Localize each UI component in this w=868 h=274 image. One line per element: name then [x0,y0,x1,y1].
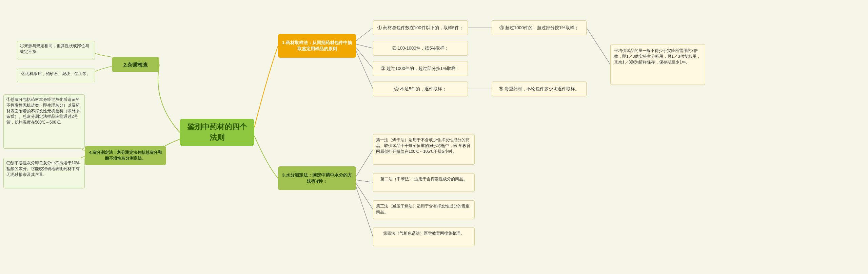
l1-impurity-node: 2.杂质检查 [112,57,159,72]
sampling-branch-1: ① 药材总包件数在100件以下的，取样5件； [373,20,468,35]
s3-label: ③ 超过1000件的，超过部分按1%取样； [381,66,460,72]
i2-label: ③无机杂质，如砂石、泥块、尘土等。 [21,71,91,77]
water-method-3: 第三法（减压干燥法）适用于含有挥发性成分的贵重药品。 [373,200,475,219]
mindmap-container: 鉴别中药材的四个法则 2.杂质检查 4.灰分测定法：灰分测定法包括总灰分和酸不溶… [0,0,868,274]
sampling-branch-5: ⑤ 贵重药材，不论包件多少均逐件取样。 [492,81,587,96]
svg-line-2 [356,48,373,69]
l1-impurity-label: 2.杂质检查 [123,61,148,68]
svg-line-9 [356,183,373,209]
center-label: 鉴别中药材的四个法则 [184,122,250,143]
l1-water-label: 3.水分测定法：测定中药中水分的方法有4种： [282,172,352,184]
water-method-4: 第四法（气相色谱法）医学教育网搜集整理。 [373,227,475,246]
svg-line-10 [356,187,373,237]
l1-ash-node: 4.灰分测定法：灰分测定法包括总灰分和酸不溶性灰分测定法。 [85,146,166,165]
svg-line-8 [356,180,373,182]
s5-label: ⑤ 贵重药材，不论包件多少均逐件取样。 [499,86,579,92]
impurity-branch-a: ①来源与规定相同，但其性状或部位与规定不符。 [17,41,95,59]
s2-label: ② 100-1000件，按5%取样； [392,45,449,51]
l1-sampling-label: 1.药材取样法：从同批药材包件中抽取鉴定用样品的原则 [282,40,352,52]
l1-ash-label: 4.灰分测定法：灰分测定法包括总灰分和酸不溶性灰分测定法。 [89,150,162,161]
s1-label: ① 药材总包件数在100件以下的，取样5件； [377,25,463,31]
l1-sampling-node: 1.药材取样法：从同批药材包件中抽取鉴定用样品的原则 [278,34,356,58]
water-method-1: 第一法（烘干法）适用于不含或少含挥发性成分的药品。取供试品于干燥至恒重的扁形称瓶… [373,134,475,165]
w1-label: 第一法（烘干法）适用于不含或少含挥发性成分的药品。取供试品于干燥至恒重的扁形称瓶… [376,137,472,154]
svg-line-7 [356,149,373,177]
w4-label: 第四法（气相色谱法）医学教育网搜集整理。 [383,231,465,236]
svg-line-0 [356,28,373,41]
impurity-branch-b: ③无机杂质，如砂石、泥块、尘土等。 [17,69,95,82]
sampling-branch-3b: ③ 超过1000件的，超过部分按1%取样； ③ 超过1000件的，超过部分按1%… [492,20,587,35]
water-method-2: 第二法（甲苯法） 适用于含挥发性成分的药品。 [373,173,475,192]
ash-branch-b: ②酸不溶性灰分即总灰分中不能溶于10%盐酸的灰分。它能较准确地表明药材中有无泥砂… [3,158,85,188]
sampling-branch-3: ③ 超过1000件的，超过部分按1%取样； [373,61,468,76]
ash-branch-a: ①总灰分包括药材本身经过灰化后遗留的不挥发性无机盐类（即生理灰分）以及药材表面附… [3,94,85,149]
svg-line-1 [356,44,373,48]
a1-label: ①总灰分包括药材本身经过灰化后遗留的不挥发性无机盐类（即生理灰分）以及药材表面附… [6,97,82,125]
sampling-branch-2: ② 100-1000件，按5%取样； [373,41,468,56]
avg-label: 平均供试品的量一般不得少于实验所需用的3倍数，即1／3供实验室分析用，另1／3供… [614,48,702,65]
w2-label: 第二法（甲苯法） 适用于含挥发性成分的药品。 [380,176,467,182]
w3-label: 第三法（减压干燥法）适用于含有挥发性成分的贵重药品。 [376,203,472,215]
center-node: 鉴别中药材的四个法则 [180,119,254,146]
sampling-branch-4: ④ 不足5件的，逐件取样； [373,81,468,96]
s3b-text: ③ 超过1000件的，超过部分按1%取样； [499,25,578,31]
svg-line-6 [587,28,610,65]
i1-label: ①来源与规定相同，但其性状或部位与规定不符。 [20,43,92,55]
l1-water-node: 3.水分测定法：测定中药中水分的方法有4种： [278,166,356,190]
a2-label: ②酸不溶性灰分即总灰分中不能溶于10%盐酸的灰分。它能较准确地表明药材中有无泥砂… [6,160,82,177]
avg-supply-node: 平均供试品的量一般不得少于实验所需用的3倍数，即1／3供实验室分析用，另1／3供… [610,44,705,85]
s4-label: ④ 不足5件的，逐件取样； [394,86,447,92]
svg-line-3 [356,51,373,89]
